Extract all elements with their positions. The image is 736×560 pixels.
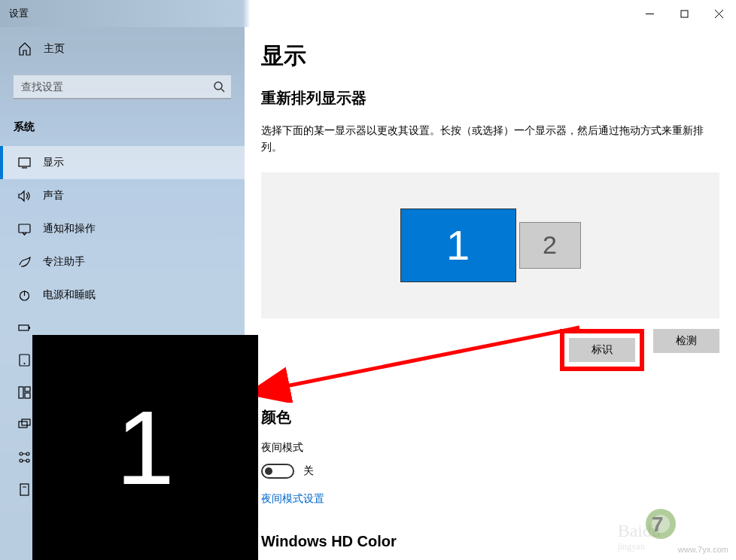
battery-icon <box>18 321 31 334</box>
identify-number: 1 <box>116 387 175 509</box>
close-button[interactable] <box>701 0 736 27</box>
page-title: 显示 <box>261 41 719 72</box>
power-icon <box>18 289 31 302</box>
svg-point-23 <box>26 459 29 462</box>
identify-button[interactable]: 标识 <box>569 338 635 362</box>
monitor-1-label: 1 <box>446 221 470 269</box>
svg-point-20 <box>20 452 23 455</box>
search-icon[interactable] <box>213 81 225 93</box>
svg-point-4 <box>214 82 222 90</box>
display-icon <box>18 157 31 169</box>
about-icon <box>18 483 31 496</box>
share-icon <box>18 451 31 464</box>
sound-icon <box>18 190 31 202</box>
svg-rect-19 <box>22 419 30 425</box>
nav-item-power[interactable]: 电源和睡眠 <box>0 278 245 312</box>
svg-rect-16 <box>25 387 30 391</box>
nav-label: 显示 <box>43 156 64 169</box>
display-arrangement-area[interactable]: 1 2 <box>261 172 719 318</box>
svg-rect-15 <box>19 387 23 398</box>
multitask-icon <box>18 386 31 399</box>
maximize-button[interactable] <box>667 0 701 27</box>
svg-point-14 <box>24 363 26 364</box>
window-title: 设置 <box>0 7 29 20</box>
minimize-button[interactable] <box>632 0 667 27</box>
window-controls <box>632 0 736 27</box>
svg-rect-11 <box>19 325 29 330</box>
svg-rect-8 <box>19 224 30 233</box>
project-icon <box>18 418 31 431</box>
night-mode-settings-link[interactable]: 夜间模式设置 <box>261 492 324 504</box>
button-row: 标识 检测 <box>261 329 719 371</box>
svg-rect-26 <box>20 484 29 495</box>
monitor-2-label: 2 <box>543 230 557 260</box>
main-content: 显示 重新排列显示器 选择下面的某一显示器以更改其设置。长按（或选择）一个显示器… <box>245 27 736 560</box>
nav-item-focus[interactable]: 专注助手 <box>0 245 245 278</box>
rearrange-desc: 选择下面的某一显示器以更改其设置。长按（或选择）一个显示器，然后通过拖动方式来重… <box>261 122 719 156</box>
nav-label: 声音 <box>43 189 64 202</box>
monitor-1[interactable]: 1 <box>400 208 516 282</box>
nav-label: 通知和操作 <box>43 222 96 236</box>
home-label: 主页 <box>44 42 65 56</box>
search-box <box>14 75 231 99</box>
minimize-icon <box>646 10 654 18</box>
monitor-2[interactable]: 2 <box>519 222 581 269</box>
nav-label: 电源和睡眠 <box>43 288 96 302</box>
svg-point-22 <box>20 459 23 462</box>
night-mode-label: 夜间模式 <box>261 441 719 455</box>
detect-button[interactable]: 检测 <box>653 329 719 353</box>
color-heading: 颜色 <box>261 407 719 428</box>
nav-label: 专注助手 <box>43 255 85 269</box>
nav-item-sound[interactable]: 声音 <box>0 179 245 212</box>
svg-rect-1 <box>681 11 688 17</box>
hd-heading: Windows HD Color <box>261 533 719 550</box>
home-row[interactable]: 主页 <box>0 27 245 69</box>
identify-overlay: 1 <box>32 335 258 560</box>
section-header: 系统 <box>0 114 245 146</box>
annotation-highlight: 标识 <box>560 329 644 371</box>
toggle-state: 关 <box>303 464 314 478</box>
svg-rect-12 <box>29 327 30 329</box>
maximize-icon <box>680 10 689 18</box>
rearrange-heading: 重新排列显示器 <box>261 88 719 108</box>
focus-icon <box>18 256 31 269</box>
svg-line-5 <box>221 89 224 92</box>
svg-rect-17 <box>25 393 30 398</box>
night-mode-toggle[interactable] <box>261 464 294 479</box>
svg-point-21 <box>26 452 29 455</box>
titlebar: 设置 <box>0 0 736 27</box>
nav-item-display[interactable]: 显示 <box>0 146 245 179</box>
close-icon <box>715 10 723 18</box>
notification-icon <box>18 223 31 236</box>
home-icon <box>18 42 32 56</box>
tablet-icon <box>18 354 31 367</box>
svg-rect-6 <box>19 158 30 166</box>
nav-item-notifications[interactable]: 通知和操作 <box>0 212 245 245</box>
search-input[interactable] <box>14 75 231 99</box>
svg-rect-18 <box>19 422 27 428</box>
